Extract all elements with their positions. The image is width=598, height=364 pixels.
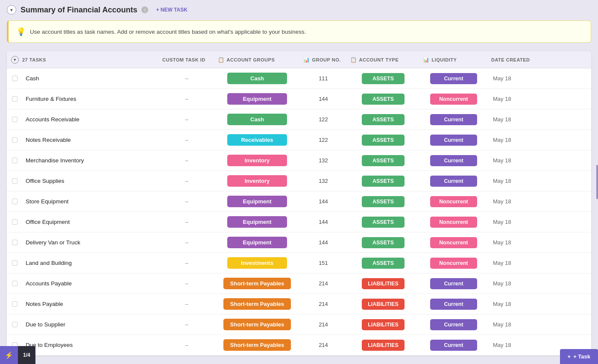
row-checkbox-11[interactable]	[7, 301, 22, 307]
checkbox-8[interactable]	[12, 240, 18, 245]
checkbox-1[interactable]	[12, 96, 18, 102]
row-checkbox-7[interactable]	[7, 219, 22, 225]
bottom-icon-button[interactable]: ⚡	[0, 346, 18, 364]
table-row: Office Equipment – Equipment 144 ASSETS …	[7, 212, 591, 232]
row-taskid-13: –	[159, 338, 214, 352]
row-name-6: Store Equipment	[22, 195, 159, 208]
row-liquidity-7: Noncurrent	[419, 215, 488, 229]
row-groupno-6: 144	[300, 195, 347, 208]
table-row: Accounts Receivable – Cash 122 ASSETS Cu…	[7, 109, 591, 130]
bottom-icon: ⚡	[5, 351, 13, 359]
col-date-label: DATE CREATED	[491, 57, 530, 62]
row-checkbox-1[interactable]	[7, 96, 22, 102]
row-checkbox-10[interactable]	[7, 281, 22, 286]
row-group-8: Equipment	[214, 235, 300, 250]
checkbox-5[interactable]	[12, 178, 18, 184]
row-taskid-11: –	[159, 297, 214, 311]
row-name-8: Delivery Van or Truck	[22, 236, 159, 249]
row-name-4: Merchandise Inventory	[22, 154, 159, 167]
row-date-7: May 18	[488, 215, 591, 229]
checkbox-12[interactable]	[12, 322, 18, 327]
group-badge-9: Investments	[227, 257, 287, 269]
checkbox-3[interactable]	[12, 137, 18, 143]
actype-badge-2: ASSETS	[362, 114, 405, 125]
tasks-count-cell[interactable]: ▼ 27 TASKS	[7, 52, 159, 68]
row-groupno-5: 132	[300, 174, 347, 188]
collapse-button[interactable]: ▼	[7, 5, 16, 15]
row-taskid-5: –	[159, 174, 214, 188]
actype-badge-5: ASSETS	[362, 176, 405, 187]
add-task-button[interactable]: + + Task	[560, 349, 598, 364]
table-row: Merchandise Inventory – Inventory 132 AS…	[7, 150, 591, 171]
add-task-label: + Task	[573, 353, 590, 360]
row-groupno-7: 144	[300, 215, 347, 229]
row-accounttype-0: ASSETS	[347, 71, 419, 86]
checkbox-9[interactable]	[12, 260, 18, 266]
info-icon[interactable]: i	[141, 6, 148, 13]
checkbox-6[interactable]	[12, 199, 18, 204]
collapse-table-icon[interactable]: ▼	[11, 56, 19, 64]
checkbox-2[interactable]	[12, 117, 18, 122]
row-taskid-12: –	[159, 318, 214, 331]
group-badge-0: Cash	[227, 73, 287, 84]
account-type-icon: 📋	[350, 57, 357, 63]
table-row: Store Equipment – Equipment 144 ASSETS N…	[7, 191, 591, 212]
row-checkbox-8[interactable]	[7, 240, 22, 245]
row-liquidity-6: Noncurrent	[419, 194, 488, 209]
row-liquidity-0: Current	[419, 71, 488, 86]
scroll-indicator	[596, 165, 598, 199]
col-actype-label: ACCOUNT TYPE	[359, 57, 399, 62]
row-date-5: May 18	[488, 174, 591, 188]
row-name-1: Furniture & Fixtures	[22, 92, 159, 106]
row-groupno-3: 122	[300, 133, 347, 147]
row-date-4: May 18	[488, 154, 591, 167]
row-checkbox-5[interactable]	[7, 178, 22, 184]
row-accounttype-2: ASSETS	[347, 112, 419, 127]
row-checkbox-9[interactable]	[7, 260, 22, 266]
row-groupno-1: 144	[300, 92, 347, 106]
liquidity-icon: 📊	[423, 57, 430, 63]
checkbox-0[interactable]	[12, 76, 18, 81]
table-row: Due to Supplier – Short-term Payables 21…	[7, 314, 591, 335]
liq-badge-5: Current	[430, 176, 477, 187]
actype-badge-8: ASSETS	[362, 237, 405, 248]
row-checkbox-0[interactable]	[7, 76, 22, 81]
row-date-12: May 18	[488, 318, 591, 331]
row-name-7: Office Equipment	[22, 215, 159, 229]
liq-badge-4: Current	[430, 155, 477, 166]
row-group-6: Equipment	[214, 194, 300, 209]
row-checkbox-12[interactable]	[7, 322, 22, 327]
row-date-9: May 18	[488, 256, 591, 270]
row-liquidity-12: Current	[419, 317, 488, 332]
table-row: Cash – Cash 111 ASSETS Current May 18	[7, 68, 591, 89]
checkbox-7[interactable]	[12, 219, 18, 225]
row-group-5: Inventory	[214, 173, 300, 188]
row-liquidity-3: Current	[419, 133, 488, 147]
actype-badge-6: ASSETS	[362, 196, 405, 207]
group-badge-5: Inventory	[227, 175, 287, 187]
checkbox-4[interactable]	[12, 158, 18, 163]
group-badge-1: Equipment	[227, 93, 287, 105]
row-groupno-12: 214	[300, 318, 347, 331]
new-task-button[interactable]: + NEW TASK	[152, 6, 191, 14]
row-date-8: May 18	[488, 236, 591, 249]
row-accounttype-13: LIABILITIES	[347, 338, 419, 352]
row-taskid-4: –	[159, 154, 214, 167]
row-taskid-1: –	[159, 92, 214, 106]
table-header: ▼ 27 TASKS CUSTOM TASK ID 📋 ACCOUNT GROU…	[7, 51, 591, 68]
checkbox-10[interactable]	[12, 281, 18, 286]
row-checkbox-4[interactable]	[7, 158, 22, 163]
row-taskid-8: –	[159, 236, 214, 249]
row-group-0: Cash	[214, 71, 300, 86]
liq-badge-8: Noncurrent	[430, 237, 477, 248]
row-checkbox-2[interactable]	[7, 117, 22, 122]
row-group-1: Equipment	[214, 91, 300, 106]
actype-badge-9: ASSETS	[362, 258, 405, 269]
plus-icon: +	[568, 353, 571, 360]
checkbox-11[interactable]	[12, 301, 18, 307]
row-checkbox-3[interactable]	[7, 137, 22, 143]
row-group-11: Short-term Payables	[214, 296, 300, 311]
row-groupno-4: 132	[300, 154, 347, 167]
row-checkbox-6[interactable]	[7, 199, 22, 204]
row-taskid-7: –	[159, 215, 214, 229]
